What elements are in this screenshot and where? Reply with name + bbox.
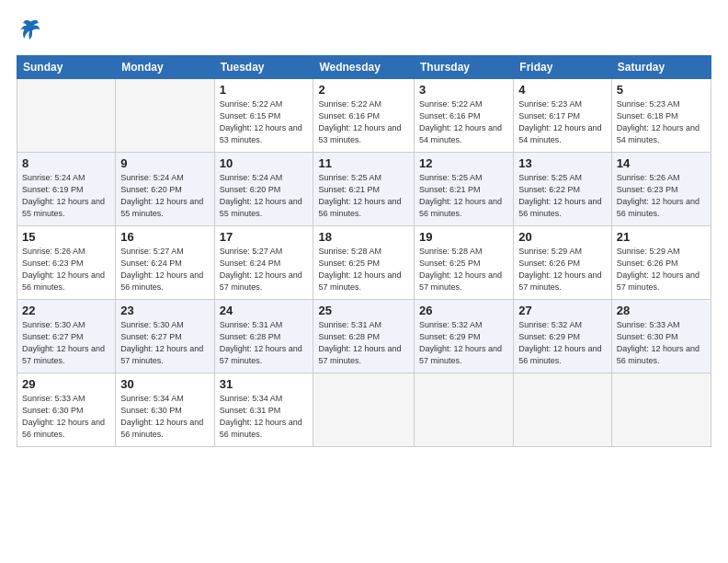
page: Sunday Monday Tuesday Wednesday Thursday…	[0, 0, 728, 563]
col-saturday: Saturday	[611, 56, 711, 79]
table-row: 27Sunrise: 5:32 AMSunset: 6:29 PMDayligh…	[514, 300, 612, 373]
day-info: Sunrise: 5:26 AMSunset: 6:23 PMDaylight:…	[22, 246, 110, 293]
day-number: 18	[318, 230, 409, 244]
table-row: 9Sunrise: 5:24 AMSunset: 6:20 PMDaylight…	[116, 153, 214, 226]
day-info: Sunrise: 5:22 AMSunset: 6:15 PMDaylight:…	[220, 98, 309, 146]
col-friday: Friday	[514, 56, 612, 79]
calendar-week-row: 15Sunrise: 5:26 AMSunset: 6:23 PMDayligh…	[17, 226, 711, 300]
day-number: 12	[419, 156, 508, 170]
table-row: 31Sunrise: 5:34 AMSunset: 6:31 PMDayligh…	[214, 373, 313, 447]
table-row	[514, 373, 612, 447]
day-number: 8	[22, 156, 110, 170]
logo-bird-icon	[17, 17, 42, 42]
table-row: 2Sunrise: 5:22 AMSunset: 6:16 PMDaylight…	[313, 79, 415, 153]
col-sunday: Sunday	[17, 56, 116, 79]
day-number: 3	[419, 83, 508, 97]
day-info: Sunrise: 5:24 AMSunset: 6:19 PMDaylight:…	[22, 172, 110, 220]
day-info: Sunrise: 5:26 AMSunset: 6:23 PMDaylight:…	[617, 172, 706, 220]
calendar-table: Sunday Monday Tuesday Wednesday Thursday…	[17, 55, 711, 447]
table-row: 29Sunrise: 5:33 AMSunset: 6:30 PMDayligh…	[17, 373, 116, 447]
col-tuesday: Tuesday	[214, 56, 313, 79]
calendar-week-row: 29Sunrise: 5:33 AMSunset: 6:30 PMDayligh…	[17, 373, 711, 447]
table-row	[313, 373, 415, 447]
table-row: 13Sunrise: 5:25 AMSunset: 6:22 PMDayligh…	[514, 153, 612, 226]
table-row: 20Sunrise: 5:29 AMSunset: 6:26 PMDayligh…	[514, 226, 612, 300]
day-info: Sunrise: 5:29 AMSunset: 6:26 PMDaylight:…	[617, 246, 706, 293]
table-row: 8Sunrise: 5:24 AMSunset: 6:19 PMDaylight…	[17, 153, 116, 226]
table-row: 19Sunrise: 5:28 AMSunset: 6:25 PMDayligh…	[415, 226, 514, 300]
day-number: 1	[220, 83, 309, 97]
day-info: Sunrise: 5:29 AMSunset: 6:26 PMDaylight:…	[518, 246, 607, 293]
day-info: Sunrise: 5:24 AMSunset: 6:20 PMDaylight:…	[220, 172, 309, 220]
calendar-week-row: 8Sunrise: 5:24 AMSunset: 6:19 PMDaylight…	[17, 153, 711, 226]
table-row: 26Sunrise: 5:32 AMSunset: 6:29 PMDayligh…	[415, 300, 514, 373]
table-row: 14Sunrise: 5:26 AMSunset: 6:23 PMDayligh…	[611, 153, 711, 226]
day-info: Sunrise: 5:30 AMSunset: 6:27 PMDaylight:…	[120, 319, 209, 367]
table-row: 5Sunrise: 5:23 AMSunset: 6:18 PMDaylight…	[611, 79, 711, 153]
day-info: Sunrise: 5:33 AMSunset: 6:30 PMDaylight:…	[22, 393, 110, 441]
day-info: Sunrise: 5:30 AMSunset: 6:27 PMDaylight:…	[22, 319, 110, 367]
day-number: 17	[220, 230, 309, 244]
table-row: 4Sunrise: 5:23 AMSunset: 6:17 PMDaylight…	[514, 79, 612, 153]
day-number: 15	[22, 230, 110, 244]
col-monday: Monday	[116, 56, 214, 79]
table-row	[611, 373, 711, 447]
day-number: 23	[120, 304, 209, 317]
table-row: 11Sunrise: 5:25 AMSunset: 6:21 PMDayligh…	[313, 153, 415, 226]
day-number: 27	[518, 304, 607, 317]
day-info: Sunrise: 5:31 AMSunset: 6:28 PMDaylight:…	[220, 319, 309, 367]
table-row: 15Sunrise: 5:26 AMSunset: 6:23 PMDayligh…	[17, 226, 116, 300]
day-info: Sunrise: 5:33 AMSunset: 6:30 PMDaylight:…	[617, 319, 706, 367]
table-row	[116, 79, 214, 153]
logo	[17, 17, 42, 46]
day-info: Sunrise: 5:23 AMSunset: 6:17 PMDaylight:…	[518, 98, 607, 146]
day-number: 25	[318, 304, 409, 317]
day-info: Sunrise: 5:34 AMSunset: 6:30 PMDaylight:…	[120, 393, 209, 441]
table-row: 28Sunrise: 5:33 AMSunset: 6:30 PMDayligh…	[611, 300, 711, 373]
table-row: 24Sunrise: 5:31 AMSunset: 6:28 PMDayligh…	[214, 300, 313, 373]
day-info: Sunrise: 5:22 AMSunset: 6:16 PMDaylight:…	[318, 98, 409, 146]
day-info: Sunrise: 5:31 AMSunset: 6:28 PMDaylight:…	[318, 319, 409, 367]
calendar-week-row: 22Sunrise: 5:30 AMSunset: 6:27 PMDayligh…	[17, 300, 711, 373]
day-number: 19	[419, 230, 508, 244]
day-number: 4	[518, 83, 607, 97]
table-row	[415, 373, 514, 447]
day-info: Sunrise: 5:27 AMSunset: 6:24 PMDaylight:…	[120, 246, 209, 293]
day-info: Sunrise: 5:25 AMSunset: 6:22 PMDaylight:…	[518, 172, 607, 220]
day-number: 28	[617, 304, 706, 317]
day-number: 2	[318, 83, 409, 97]
day-number: 9	[120, 156, 209, 170]
day-number: 24	[220, 304, 309, 317]
day-number: 14	[617, 156, 706, 170]
table-row: 1Sunrise: 5:22 AMSunset: 6:15 PMDaylight…	[214, 79, 313, 153]
day-number: 16	[120, 230, 209, 244]
table-row: 3Sunrise: 5:22 AMSunset: 6:16 PMDaylight…	[415, 79, 514, 153]
day-info: Sunrise: 5:27 AMSunset: 6:24 PMDaylight:…	[220, 246, 309, 293]
table-row: 22Sunrise: 5:30 AMSunset: 6:27 PMDayligh…	[17, 300, 116, 373]
day-info: Sunrise: 5:22 AMSunset: 6:16 PMDaylight:…	[419, 98, 508, 146]
day-info: Sunrise: 5:32 AMSunset: 6:29 PMDaylight:…	[518, 319, 607, 367]
day-number: 13	[518, 156, 607, 170]
day-info: Sunrise: 5:28 AMSunset: 6:25 PMDaylight:…	[419, 246, 508, 293]
col-thursday: Thursday	[415, 56, 514, 79]
table-row: 21Sunrise: 5:29 AMSunset: 6:26 PMDayligh…	[611, 226, 711, 300]
day-number: 20	[518, 230, 607, 244]
table-row: 18Sunrise: 5:28 AMSunset: 6:25 PMDayligh…	[313, 226, 415, 300]
table-row: 25Sunrise: 5:31 AMSunset: 6:28 PMDayligh…	[313, 300, 415, 373]
day-number: 11	[318, 156, 409, 170]
table-row: 16Sunrise: 5:27 AMSunset: 6:24 PMDayligh…	[116, 226, 214, 300]
header	[17, 17, 711, 46]
day-info: Sunrise: 5:28 AMSunset: 6:25 PMDaylight:…	[318, 246, 409, 293]
table-row	[17, 79, 116, 153]
day-number: 10	[220, 156, 309, 170]
day-info: Sunrise: 5:34 AMSunset: 6:31 PMDaylight:…	[220, 393, 309, 441]
day-info: Sunrise: 5:23 AMSunset: 6:18 PMDaylight:…	[617, 98, 706, 146]
calendar-header-row: Sunday Monday Tuesday Wednesday Thursday…	[17, 56, 711, 79]
table-row: 30Sunrise: 5:34 AMSunset: 6:30 PMDayligh…	[116, 373, 214, 447]
day-number: 30	[120, 377, 209, 391]
table-row: 10Sunrise: 5:24 AMSunset: 6:20 PMDayligh…	[214, 153, 313, 226]
day-info: Sunrise: 5:24 AMSunset: 6:20 PMDaylight:…	[120, 172, 209, 220]
day-number: 29	[22, 377, 110, 391]
day-info: Sunrise: 5:32 AMSunset: 6:29 PMDaylight:…	[419, 319, 508, 367]
day-number: 31	[220, 377, 309, 391]
